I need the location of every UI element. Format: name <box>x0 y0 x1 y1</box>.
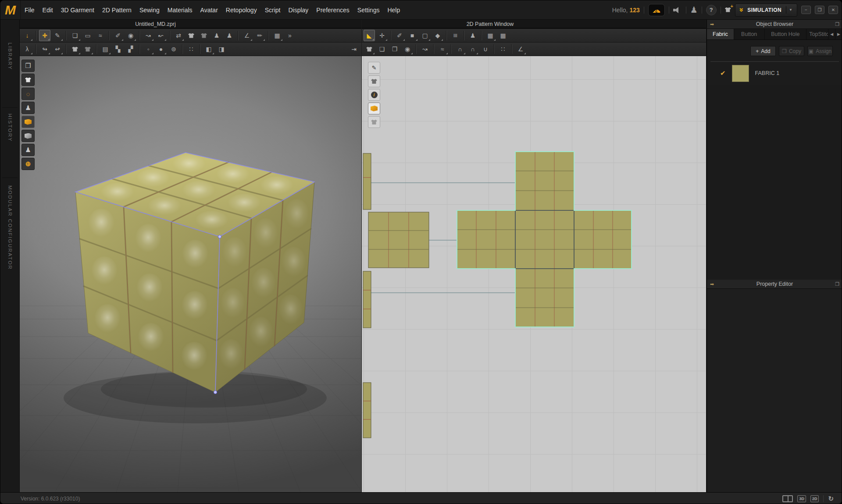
tool-select-move-icon[interactable]: ✚ <box>39 30 50 41</box>
check-icon[interactable]: ✔ <box>720 69 726 77</box>
sidebar-tab-library[interactable]: LIBRARY <box>7 43 13 70</box>
restore-button[interactable]: ❐ <box>815 6 824 14</box>
tool-box-b-icon[interactable]: ❐ <box>389 43 400 55</box>
show-3d-garment-button[interactable]: ❒ <box>21 60 35 72</box>
tool-flatten-a-icon[interactable]: ◧ <box>203 43 214 55</box>
tab-topstitch[interactable]: TopStitch <box>806 29 828 39</box>
panel-collapse-arrow[interactable]: ➡ <box>710 281 714 287</box>
menu-sewing[interactable]: Sewing <box>136 0 164 20</box>
show-garment-button[interactable] <box>21 74 35 86</box>
menu-script[interactable]: Script <box>261 0 285 20</box>
tab-fabric[interactable]: Fabric <box>707 29 734 39</box>
tool-sew-garment-b-icon[interactable]: ↫ <box>52 43 63 55</box>
sound-icon[interactable] <box>673 7 682 14</box>
pattern-piece-side[interactable] <box>368 212 429 268</box>
tool-grid-edit-icon[interactable]: ▦ <box>485 30 496 41</box>
menu-help[interactable]: Help <box>383 0 404 20</box>
tool-pleats-icon[interactable]: ≡ <box>450 30 461 41</box>
tool-internal-polygon-icon[interactable]: ▢ <box>419 30 431 41</box>
tool-show-avatar-icon[interactable]: ♟ <box>211 30 222 41</box>
tool-walk-avatar-icon[interactable]: λ <box>21 43 33 55</box>
popout-icon[interactable]: ❐ <box>835 281 839 287</box>
tool-garment-curve-icon[interactable] <box>69 43 81 55</box>
menu-avatar[interactable]: Avatar <box>196 0 222 20</box>
tool-zipper-icon[interactable]: ∷ <box>186 43 197 55</box>
tool-wave-icon[interactable]: ≈ <box>437 43 448 55</box>
viewport-3d[interactable]: ❒ ◌ ♟ ♟ ⊕ <box>20 56 361 492</box>
tool-notch-a-icon[interactable]: ∩ <box>454 43 466 55</box>
tool-sew-garment-a-icon[interactable]: ↬ <box>39 43 50 55</box>
add-button[interactable]: +Add <box>750 46 776 56</box>
cloud-sync-button[interactable]: ☁ c <box>648 4 665 16</box>
tool-texture-a-icon[interactable]: ▚ <box>112 43 124 55</box>
menu-materials[interactable]: Materials <box>164 0 196 20</box>
tool-edit-curvature-icon[interactable]: ≈ <box>95 30 106 41</box>
minimize-button[interactable]: − <box>801 6 811 14</box>
tabs-scroll-right[interactable]: ▶ <box>835 29 842 39</box>
tool-curve-icon[interactable]: ↝ <box>419 43 431 55</box>
view-3d-badge[interactable]: 3D <box>797 495 806 502</box>
help-icon[interactable]: ? <box>706 5 717 15</box>
tool-edit-pen-icon[interactable]: ✎ <box>52 30 63 41</box>
view-2d-badge[interactable]: 2D <box>810 495 819 502</box>
toolbar-overflow-chevron[interactable]: » <box>284 30 296 41</box>
lock-pattern-button[interactable] <box>368 116 380 128</box>
menu-settings[interactable]: Settings <box>353 0 384 20</box>
menu-file[interactable]: File <box>21 0 39 20</box>
tool-garment-pair-icon[interactable] <box>186 30 197 41</box>
tool-measure-2d-icon[interactable]: ∠ <box>515 43 526 55</box>
new-garment-icon[interactable]: + <box>725 6 731 14</box>
menu-retopology[interactable]: Retopology <box>222 0 261 20</box>
show-avatar-alt-button[interactable]: ♟ <box>21 144 35 156</box>
tool-garment-fit-icon[interactable] <box>198 30 210 41</box>
show-fabric-texture-2d-button[interactable] <box>368 103 380 114</box>
fabric-list-item[interactable]: ✔ FABRIC 1 <box>707 62 842 85</box>
tool-edit-segment-icon[interactable]: ▭ <box>82 30 93 41</box>
toolbar-continue-arrow[interactable]: ⇥ <box>348 43 360 55</box>
account-icon[interactable]: ♟ <box>690 5 698 15</box>
panel-collapse-arrow[interactable]: ➡ <box>710 21 714 27</box>
tabs-scroll-left[interactable]: ◀ <box>828 29 835 39</box>
tool-edit-pattern-icon[interactable]: ✛ <box>376 30 388 41</box>
tool-sew-segment-icon[interactable]: ↝ <box>143 30 154 41</box>
tool-move-pattern-icon[interactable] <box>364 43 375 55</box>
sidebar-tab-history[interactable]: HISTORY <box>7 114 13 142</box>
tool-zipper-2d-icon[interactable]: ∷ <box>497 43 509 55</box>
tool-draw-measure-icon[interactable]: ✏ <box>254 30 265 41</box>
tool-notch-b-icon[interactable]: ∩ <box>467 43 478 55</box>
tool-avatar-2d-icon[interactable]: ♟ <box>467 30 478 41</box>
tool-pin-icon[interactable]: ✐ <box>112 30 124 41</box>
tool-grid-icon[interactable]: ▦ <box>271 30 283 41</box>
tool-button-icon[interactable]: ● <box>155 43 167 55</box>
show-fabric-plain-button[interactable] <box>21 130 35 142</box>
tool-polygon-pen-icon[interactable]: ✐ <box>394 30 405 41</box>
simulation-button[interactable]: » SIMULATION ▼ <box>735 4 797 17</box>
pattern-strip-pieces[interactable] <box>363 153 371 438</box>
refresh-icon[interactable]: ↻ <box>828 495 834 503</box>
tool-transform-pattern-icon[interactable]: ❏ <box>69 30 81 41</box>
tab-button[interactable]: Button <box>734 29 765 39</box>
tool-dart-icon[interactable]: ◆ <box>432 30 443 41</box>
show-avatar-button[interactable]: ♟ <box>21 102 35 114</box>
close-button[interactable]: ✕ <box>828 6 838 14</box>
menu-preferences[interactable]: Preferences <box>312 0 353 20</box>
show-sewing-button[interactable]: ✎ <box>368 62 380 74</box>
tool-pin-sphere-icon[interactable]: ◉ <box>125 30 136 41</box>
tool-flip-icon[interactable]: ⇄ <box>173 30 184 41</box>
tool-notch-c-icon[interactable]: ∪ <box>480 43 491 55</box>
show-environment-button[interactable]: ⊕ <box>21 158 35 170</box>
tool-avatar-tape-icon[interactable]: ♟ <box>224 30 235 41</box>
menu-2d-pattern[interactable]: 2D Pattern <box>98 0 136 20</box>
pattern-piece-cross[interactable] <box>457 152 632 327</box>
tool-texture-b-icon[interactable]: ▞ <box>125 43 136 55</box>
menu-3d-garment[interactable]: 3D Garment <box>57 0 98 20</box>
menu-display[interactable]: Display <box>284 0 312 20</box>
tool-box-a-icon[interactable]: ❏ <box>376 43 388 55</box>
copy-button[interactable]: ❐Copy <box>779 46 804 56</box>
tool-fabric-roll-icon[interactable]: ▤ <box>100 43 111 55</box>
popout-icon[interactable]: ❐ <box>835 21 839 27</box>
object-browser-list-empty[interactable] <box>707 85 842 280</box>
tool-measure-icon[interactable]: ∠ <box>241 30 253 41</box>
split-view-button[interactable] <box>782 495 793 502</box>
simulation-dropdown-arrow[interactable]: ▼ <box>786 6 795 14</box>
